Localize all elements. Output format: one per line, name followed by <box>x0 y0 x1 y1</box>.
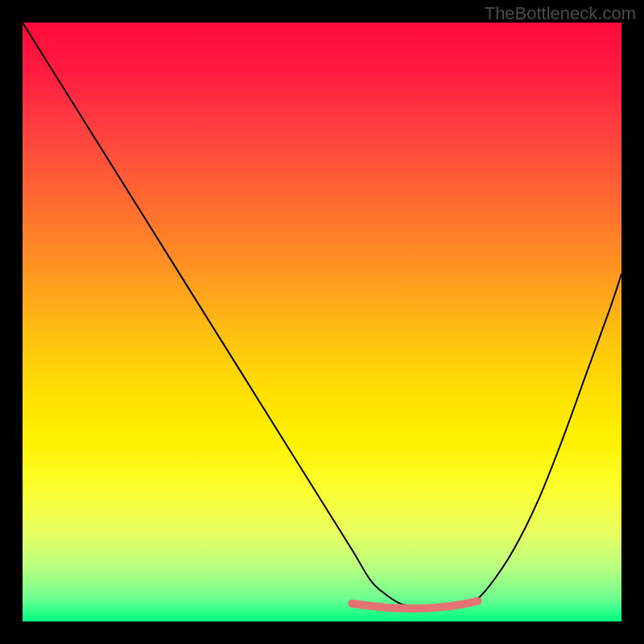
plot-area <box>23 23 621 621</box>
bottom-highlight-line <box>352 601 477 609</box>
watermark-text: TheBottleneck.com <box>485 3 636 24</box>
bottleneck-curve-line <box>23 23 621 609</box>
curve-svg <box>23 23 621 621</box>
chart-container: TheBottleneck.com <box>0 0 644 644</box>
